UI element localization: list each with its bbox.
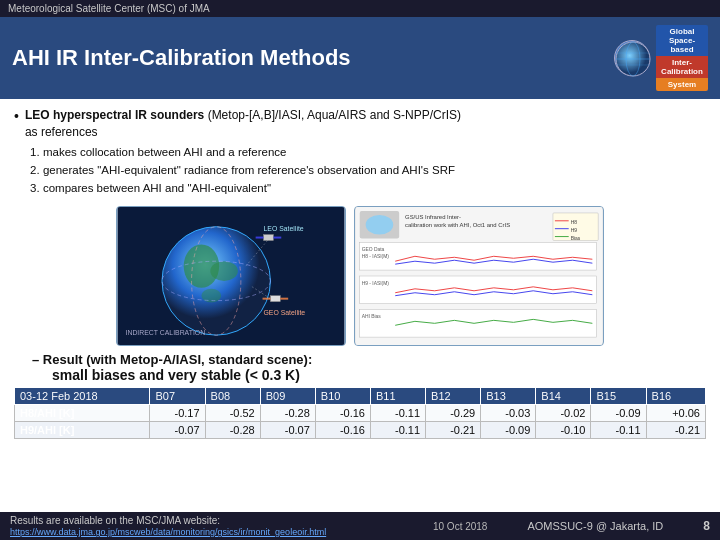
svg-point-6: [162, 227, 270, 335]
svg-rect-13: [256, 236, 264, 238]
result-bold: small biases and very stable (< 0.3 K): [52, 367, 300, 383]
table-header-b11: B11: [370, 387, 425, 404]
table-header-b10: B10: [315, 387, 370, 404]
main-content: • LEO hyperspectral IR sounders (Metop-[…: [0, 99, 720, 447]
table-header-b12: B12: [426, 387, 481, 404]
svg-text:AHI Bias: AHI Bias: [362, 314, 382, 319]
gsics-logo: Global Space-based Inter-Calibration Sys…: [656, 25, 708, 91]
svg-text:calibration work with AHI, Oct: calibration work with AHI, Oct1 and CrIS: [405, 222, 510, 228]
table-header-b08: B08: [205, 387, 260, 404]
method-item-1: makes collocation between AHI and a refe…: [43, 144, 461, 160]
table-cell-value: -0.11: [370, 421, 425, 438]
table-cell-value: -0.52: [205, 404, 260, 421]
footer-right: 10 Oct 2018 AOMSSUC-9 @ Jakarta, ID 8: [433, 519, 710, 533]
website-label: Results are available on the MSC/JMA web…: [10, 515, 326, 526]
table-cell-value: -0.16: [315, 404, 370, 421]
table-cell-value: -0.11: [591, 421, 646, 438]
method-item-2: generates "AHI-equivalent" radiance from…: [43, 162, 461, 178]
logos-area: Global Space-based Inter-Calibration Sys…: [614, 25, 708, 91]
svg-point-8: [210, 261, 238, 281]
as-references: as references: [25, 125, 98, 139]
svg-text:H8 - IASI(M): H8 - IASI(M): [362, 254, 390, 259]
footer-left: Results are available on the MSC/JMA web…: [10, 515, 326, 537]
table-cell-value: -0.28: [260, 404, 315, 421]
table-header-b15: B15: [591, 387, 646, 404]
table-header-row: 03-12 Feb 2018 B07 B08 B09 B10 B11 B12 B…: [15, 387, 706, 404]
footer: Results are available on the MSC/JMA web…: [0, 512, 720, 540]
table-cell-value: -0.17: [150, 404, 205, 421]
website-url[interactable]: https://www.data.jma.go.jp/mscweb/data/m…: [10, 527, 326, 537]
table-header-b07: B07: [150, 387, 205, 404]
svg-text:H9 - IASI(M): H9 - IASI(M): [362, 281, 390, 286]
table-cell-value: -0.02: [536, 404, 591, 421]
conference-label: AOMSSUC-9 @ Jakarta, ID: [527, 520, 663, 532]
svg-rect-14: [273, 236, 281, 238]
table-cell-value: -0.21: [646, 421, 705, 438]
table-cell-value: -0.21: [426, 421, 481, 438]
table-header-b09: B09: [260, 387, 315, 404]
images-row: LEO Satellite GEO Satellite INDIRECT CAL…: [14, 206, 706, 346]
svg-rect-28: [360, 242, 597, 270]
method-list: makes collocation between AHI and a refe…: [43, 144, 461, 196]
table-cell-value: -0.03: [481, 404, 536, 421]
page-title: AHI IR Inter-Calibration Methods: [12, 45, 351, 71]
table-cell-label: H9/AHI [K]: [15, 421, 150, 438]
bullet-icon: •: [14, 107, 19, 198]
bullet-section: • LEO hyperspectral IR sounders (Metop-[…: [14, 107, 706, 198]
main-description: LEO hyperspectral IR sounders (Metop-[A,…: [25, 107, 461, 198]
title-bar: AHI IR Inter-Calibration Methods Global …: [0, 17, 720, 99]
jma-globe-logo: [614, 40, 650, 76]
table-cell-value: -0.07: [150, 421, 205, 438]
svg-point-25: [366, 215, 394, 235]
table-row: H9/AHI [K]-0.07-0.28-0.07-0.16-0.11-0.21…: [15, 421, 706, 438]
table-cell-value: -0.09: [591, 404, 646, 421]
table-cell-value: +0.06: [646, 404, 705, 421]
result-prefix: – Result (with Metop-A/IASI, standard sc…: [32, 352, 312, 367]
method-item-3: compares between AHI and "AHI-equivalent…: [43, 180, 461, 196]
svg-text:GS/US Infrared Inter-: GS/US Infrared Inter-: [405, 214, 461, 220]
svg-rect-33: [360, 309, 597, 337]
result-text: – Result (with Metop-A/IASI, standard sc…: [32, 352, 706, 383]
svg-rect-12: [264, 234, 274, 240]
svg-text:GEO Data: GEO Data: [362, 247, 385, 252]
svg-text:GEO Satellite: GEO Satellite: [264, 309, 306, 316]
table-cell-value: -0.29: [426, 404, 481, 421]
table-cell-label: H8/AHI [K]: [15, 404, 150, 421]
page-number: 8: [703, 519, 710, 533]
table-header-b16: B16: [646, 387, 705, 404]
header-text: Meteorological Satellite Center (MSC) of…: [8, 3, 210, 14]
graph-image: GS/US Infrared Inter- calibration work w…: [354, 206, 604, 346]
table-header-date: 03-12 Feb 2018: [15, 387, 150, 404]
svg-text:Bias: Bias: [571, 235, 581, 240]
footer-date: 10 Oct 2018: [433, 521, 487, 532]
svg-text:H9: H9: [571, 228, 578, 233]
table-cell-value: -0.09: [481, 421, 536, 438]
svg-rect-17: [280, 298, 288, 300]
table-header-b14: B14: [536, 387, 591, 404]
satellite-image: LEO Satellite GEO Satellite INDIRECT CAL…: [116, 206, 346, 346]
table-cell-value: -0.28: [205, 421, 260, 438]
table-body: H8/AHI [K]-0.17-0.52-0.28-0.16-0.11-0.29…: [15, 404, 706, 438]
table-cell-value: -0.07: [260, 421, 315, 438]
table-cell-value: -0.16: [315, 421, 370, 438]
calibration-table: 03-12 Feb 2018 B07 B08 B09 B10 B11 B12 B…: [14, 387, 706, 439]
header-bar: Meteorological Satellite Center (MSC) of…: [0, 0, 720, 17]
svg-text:INDIRECT CALIBRATION: INDIRECT CALIBRATION: [126, 329, 206, 336]
svg-rect-15: [270, 296, 280, 302]
svg-text:LEO Satellite: LEO Satellite: [264, 225, 304, 232]
table-cell-value: -0.10: [536, 421, 591, 438]
table-header-b13: B13: [481, 387, 536, 404]
bold-text: LEO hyperspectral IR sounders (Metop-[A,…: [25, 108, 461, 122]
table-row: H8/AHI [K]-0.17-0.52-0.28-0.16-0.11-0.29…: [15, 404, 706, 421]
svg-text:H8: H8: [571, 220, 578, 225]
table-cell-value: -0.11: [370, 404, 425, 421]
